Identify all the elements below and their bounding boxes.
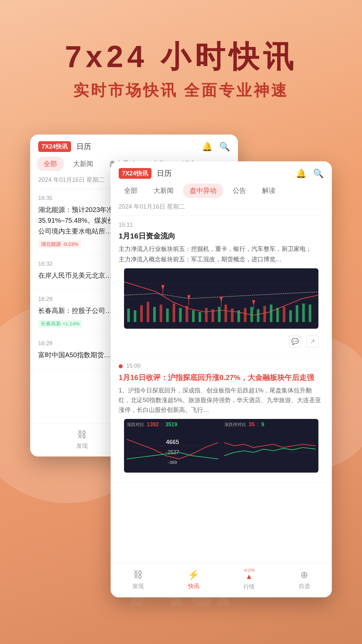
front-news-time-2: 15:00 (119, 363, 324, 369)
front-tab-announcement[interactable]: 公告 (226, 183, 253, 198)
front-market-icon: ▲ (245, 572, 253, 581)
back-app-badge: 7X24快讯 (38, 141, 71, 152)
front-app-badge: 7X24快讯 (119, 168, 152, 179)
back-card-header: 7X24快讯 日历 🔔 🔍 (30, 135, 238, 152)
svg-rect-21 (237, 310, 240, 322)
front-news-body-2: 主力净流入概念板块前五：军工混改，期货概念，进口博览… (119, 254, 324, 265)
front-nav-discover[interactable]: ⛓ 发现 (132, 569, 144, 590)
front-news-item-1[interactable]: 15:11 1月16日资金流向 主力净流入行业板块前五：挖掘机，重卡，银行，汽车… (111, 216, 332, 357)
front-nav-watchlist-label: 自选 (299, 582, 310, 590)
front-chart-2: 涨跌对比 1392 : 3519 4665 -2527 -389 (124, 419, 318, 473)
front-date: 2024 年01月16日 星期二 (111, 198, 332, 215)
discover-icon: ⛓ (77, 429, 87, 440)
svg-rect-6 (140, 305, 143, 322)
front-bell-icon[interactable]: 🔔 (296, 168, 306, 179)
svg-rect-4 (127, 309, 130, 322)
svg-rect-12 (179, 308, 182, 322)
svg-rect-22 (244, 308, 247, 322)
front-tab-bignews[interactable]: 大新闻 (147, 183, 180, 198)
front-news-body-2: 1、沪指今日探底回升，深成指、创业板指午后跌超1%，尾盘集体拉升翻红，北证50指… (119, 386, 324, 415)
chart-left-val1: 1392 (147, 422, 159, 428)
front-market-badge: +0.27% ▲ (243, 569, 255, 581)
back-nav-discover[interactable]: ⛓ 发现 (76, 429, 88, 450)
front-spacer (111, 483, 332, 563)
svg-rect-20 (231, 309, 234, 322)
svg-rect-10 (166, 309, 169, 322)
front-news-body-1: 主力净流入行业板块前五：挖掘机，重卡，银行，汽车整车，厨卫家电； (119, 244, 324, 254)
svg-rect-31 (302, 304, 305, 322)
front-news-title-2: 1月16日收评：沪指探底回升涨0.27%，大金融板块午后走强 (119, 372, 324, 383)
svg-rect-15 (198, 312, 201, 322)
cards-container: 7X24快讯 日历 🔔 🔍 全部 大新闻 盘中异动 公告 解读 2024 年01… (30, 135, 332, 597)
chart-svg-1 (124, 268, 318, 329)
svg-rect-5 (134, 310, 136, 322)
front-nav-flash[interactable]: ⚡ 快讯 (188, 569, 199, 590)
back-calendar-label: 日历 (76, 142, 91, 152)
back-nav-discover-label: 发现 (76, 442, 88, 450)
search-icon[interactable]: 🔍 (219, 142, 230, 152)
hero-section: 7x24 小时快讯 实时市场快讯 全面专业神速 (0, 0, 362, 121)
svg-rect-17 (212, 309, 214, 322)
tab-all-back[interactable]: 全部 (37, 157, 64, 171)
svg-rect-25 (263, 306, 266, 322)
svg-rect-28 (283, 307, 286, 322)
front-watchlist-icon: ⊕ (300, 569, 308, 580)
chart-left: 涨跌对比 1392 : 3519 4665 -2527 -389 (124, 419, 221, 473)
front-action-icons-1: 💬 ↗ (119, 333, 324, 350)
tab-bignews-back[interactable]: 大新闻 (66, 157, 100, 171)
front-search-icon[interactable]: 🔍 (313, 168, 324, 179)
back-header-icons: 🔔 🔍 (202, 142, 230, 152)
svg-rect-7 (147, 302, 149, 322)
svg-rect-13 (186, 306, 188, 322)
svg-rect-29 (289, 310, 292, 322)
svg-rect-30 (296, 305, 298, 322)
front-news-title-1: 1月16日资金流向 (119, 231, 324, 241)
front-chart-1 (124, 268, 318, 329)
front-calendar-label: 日历 (157, 168, 172, 178)
chart-left-label: 涨跌对比 (127, 422, 144, 428)
hero-subtitle: 实时市场快讯 全面专业神速 (20, 80, 342, 101)
svg-rect-11 (173, 304, 175, 322)
front-tab-midmarket[interactable]: 盘中异动 (183, 183, 223, 198)
svg-text:-2527: -2527 (166, 449, 179, 455)
svg-rect-24 (257, 309, 259, 322)
red-dot-2 (119, 364, 123, 368)
svg-rect-8 (153, 307, 156, 322)
front-nav-flash-label: 快讯 (188, 582, 199, 590)
front-nav-watchlist[interactable]: ⊕ 自选 (299, 569, 310, 590)
svg-rect-19 (225, 305, 227, 322)
front-nav-market[interactable]: +0.27% ▲ 行情 (243, 569, 255, 591)
svg-rect-18 (218, 307, 221, 322)
chart-left-svg: 4665 -2527 -389 (127, 429, 218, 469)
hero-title: 7x24 小时快讯 (20, 40, 342, 73)
bell-icon[interactable]: 🔔 (202, 142, 213, 152)
front-card-inner: 7X24快讯 日历 🔔 🔍 全部 大新闻 盘中异动 公告 解读 2024 年01… (111, 161, 332, 597)
svg-text:-389: -389 (168, 460, 177, 465)
svg-rect-47 (224, 429, 316, 469)
svg-rect-14 (192, 310, 195, 322)
comment-icon[interactable]: 💬 (289, 335, 301, 347)
back-stock-badge-3: 长春高新 +1.14% (38, 320, 82, 328)
svg-rect-26 (270, 305, 273, 322)
front-discover-icon: ⛓ (133, 569, 143, 580)
back-stock-badge-1: 湖北能源 -0.23% (38, 240, 81, 248)
front-bottom-nav: ⛓ 发现 ⚡ 快讯 +0.27% ▲ 行情 ⊕ 自选 (111, 563, 332, 597)
chart-left-val2: 3519 (165, 422, 177, 428)
front-flash-icon: ⚡ (188, 569, 199, 580)
front-nav-discover-label: 发现 (132, 582, 144, 590)
front-news-item-2[interactable]: 15:00 1月16日收评：沪指探底回升涨0.27%，大金融板块午后走强 1、沪… (111, 357, 332, 483)
front-card-header: 7X24快讯 日历 🔔 🔍 (111, 161, 332, 179)
front-tab-interpret[interactable]: 解读 (255, 183, 282, 198)
svg-rect-27 (276, 308, 279, 322)
front-header-icons: 🔔 🔍 (296, 168, 324, 179)
share-icon[interactable]: ↗ (306, 335, 318, 347)
front-news-time-1: 15:11 (119, 222, 324, 228)
svg-rect-23 (250, 307, 253, 322)
chart-right: 涨跌停对比 35 : 9 (222, 419, 318, 473)
svg-rect-9 (160, 305, 162, 322)
front-tab-all[interactable]: 全部 (117, 183, 144, 198)
chart-right-val1: 35 (249, 422, 255, 428)
chart-right-val2: 9 (261, 422, 264, 428)
front-nav-market-label: 行情 (243, 583, 255, 591)
svg-text:4665: 4665 (166, 439, 179, 445)
